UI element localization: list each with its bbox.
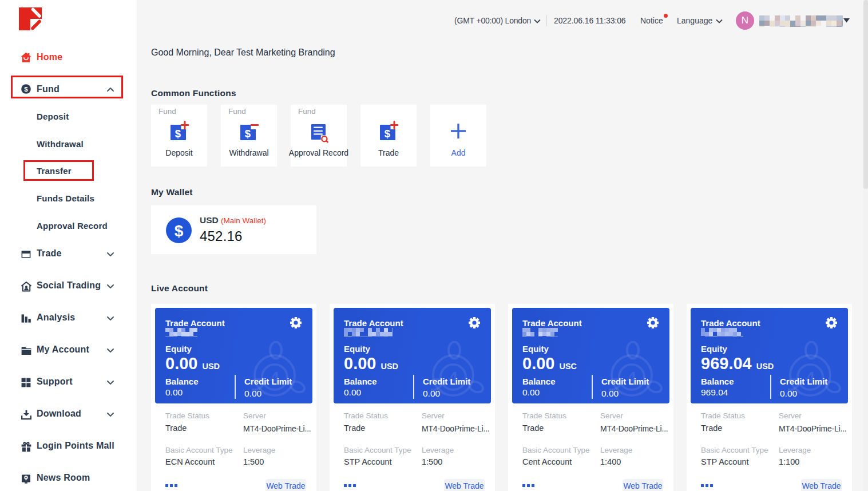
svg-text:$: $ (175, 222, 184, 240)
svg-text:$: $ (245, 128, 251, 140)
svg-text:$: $ (385, 128, 391, 140)
svg-text:$: $ (175, 128, 181, 140)
